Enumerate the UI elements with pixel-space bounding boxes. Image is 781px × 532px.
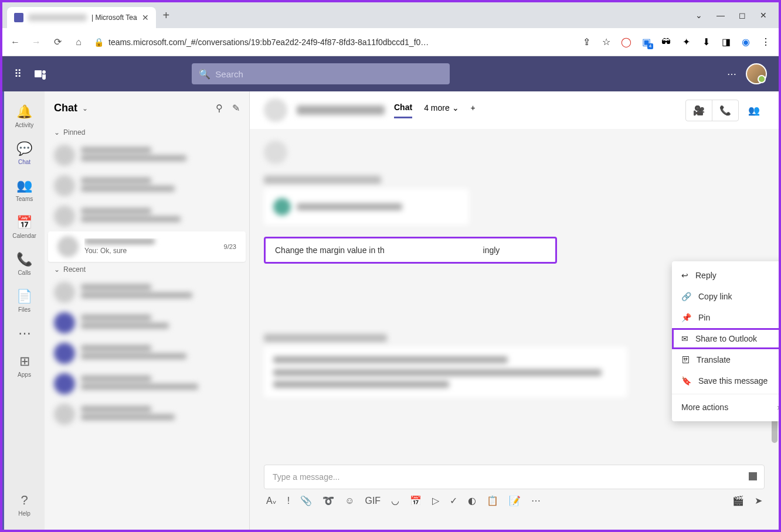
rail-help[interactable]: ? Help — [4, 487, 45, 523]
tab-close-icon[interactable]: ✕ — [142, 13, 149, 22]
updates-icon[interactable]: 📝 — [509, 495, 521, 506]
chat-icon: 💬 — [16, 141, 32, 156]
tab-more[interactable]: 4 more ⌄ — [424, 103, 459, 117]
priority-icon[interactable]: ! — [287, 496, 290, 506]
chat-item[interactable] — [45, 277, 249, 308]
extension-shield-icon[interactable]: ◉ — [740, 36, 752, 48]
reload-button[interactable]: ⟳ — [52, 36, 63, 48]
compose-input[interactable]: Type a message... — [264, 465, 765, 489]
browser-tab[interactable]: | Microsoft Tea ✕ — [7, 7, 156, 28]
section-label-text: Recent — [63, 265, 86, 274]
call-buttons: 🎥 📞 — [685, 100, 739, 121]
video-clip-icon[interactable]: 🎬 — [732, 495, 744, 506]
bookmark-star-icon[interactable]: ☆ — [600, 36, 612, 48]
chat-item[interactable] — [45, 170, 249, 201]
rail-label: Activity — [15, 122, 34, 128]
ctx-more-actions[interactable]: More actions › — [672, 397, 781, 418]
rail-activity[interactable]: 🔔 Activity — [4, 98, 45, 134]
more-apps-icon[interactable]: ⋯ — [531, 495, 541, 506]
extension-adblock-icon[interactable]: ◯ — [620, 36, 632, 48]
rail-calls[interactable]: 📞 Calls — [4, 246, 45, 282]
video-call-button[interactable]: 🎥 — [686, 100, 712, 121]
chat-item-selected[interactable]: You: Ok, sure 9/23 — [48, 231, 246, 262]
minimize-button[interactable]: — — [717, 11, 725, 20]
emoji-icon[interactable]: ☺ — [345, 496, 354, 506]
apps-icon: ⊞ — [19, 354, 30, 369]
divider — [672, 394, 781, 394]
compose-expand-icon[interactable] — [749, 472, 757, 480]
ctx-share-outlook[interactable]: ✉ Share to Outlook — [672, 328, 781, 349]
rail-calendar[interactable]: 📅 Calendar — [4, 209, 45, 245]
search-box[interactable]: 🔍 — [192, 63, 450, 84]
chat-item[interactable] — [45, 140, 249, 170]
extensions-puzzle-icon[interactable]: ✦ — [680, 36, 692, 48]
chat-item[interactable] — [45, 338, 249, 369]
approval-icon[interactable]: ✓ — [450, 495, 457, 506]
filter-icon[interactable]: ⚲ — [216, 103, 223, 114]
add-tab-button[interactable]: + — [471, 103, 476, 117]
rail-teams[interactable]: 👥 Teams — [4, 172, 45, 208]
ctx-reply[interactable]: ↩ Reply — [672, 265, 781, 286]
share-icon[interactable]: ⇪ — [580, 36, 592, 48]
sidepanel-icon[interactable]: ◨ — [720, 36, 732, 48]
compose-placeholder: Type a message... — [273, 472, 339, 482]
rail-apps[interactable]: ⊞ Apps — [4, 348, 45, 384]
more-options-icon[interactable]: ⋯ — [727, 69, 736, 80]
format-icon[interactable]: Aᵥ — [266, 495, 277, 506]
polls-icon[interactable]: 📋 — [487, 495, 498, 506]
stream-icon[interactable]: ▷ — [432, 495, 439, 506]
address-bar[interactable]: 🔒 teams.microsoft.com/_#/conversations/1… — [94, 37, 571, 47]
highlighted-message[interactable]: Change the margin value in th ingly — [264, 237, 557, 264]
app-launcher-icon[interactable]: ⠿ — [14, 67, 22, 80]
downloads-icon[interactable]: ⬇ — [700, 36, 712, 48]
new-tab-button[interactable]: + — [163, 9, 170, 22]
attach-icon[interactable]: 📎 — [300, 495, 312, 506]
chat-timestamp: 9/23 — [224, 243, 236, 250]
add-people-button[interactable]: 👥 — [743, 100, 765, 121]
schedule-icon[interactable]: 📅 — [410, 495, 422, 506]
chat-item[interactable] — [45, 308, 249, 338]
new-chat-icon[interactable]: ✎ — [232, 103, 240, 114]
gif-icon[interactable]: GIF — [365, 496, 381, 506]
forward-button[interactable]: → — [30, 36, 42, 48]
teams-favicon — [14, 13, 23, 22]
redacted-line — [264, 176, 381, 184]
profile-avatar[interactable] — [746, 63, 767, 84]
rail-label: Apps — [18, 371, 31, 378]
extension-incognito-icon[interactable]: 🕶 — [660, 36, 672, 48]
sticker-icon[interactable]: ◡ — [391, 495, 399, 506]
pinned-section[interactable]: ⌄ Pinned — [45, 125, 249, 140]
tab-chat[interactable]: Chat — [394, 103, 412, 118]
chat-list-title: Chat — [54, 102, 77, 114]
search-input[interactable] — [215, 69, 443, 79]
maximize-button[interactable]: ◻ — [739, 11, 746, 20]
chevron-down-icon[interactable]: ⌄ — [82, 104, 88, 112]
audio-call-button[interactable]: 📞 — [712, 100, 738, 121]
lock-icon: 🔒 — [94, 37, 104, 47]
viva-icon[interactable]: ◐ — [468, 495, 476, 506]
ctx-pin[interactable]: 📌 Pin — [672, 307, 781, 328]
ctx-copy-link[interactable]: 🔗 Copy link — [672, 286, 781, 307]
chat-item[interactable] — [45, 369, 249, 399]
window-controls: ⌄ — ◻ ✕ — [695, 11, 774, 20]
close-window-button[interactable]: ✕ — [760, 11, 767, 20]
rail-chat[interactable]: 💬 Chat — [4, 135, 45, 171]
tab-search-icon[interactable]: ⌄ — [695, 11, 702, 20]
loop-icon[interactable]: ➰ — [322, 495, 334, 506]
svg-rect-0 — [35, 70, 42, 77]
chat-list-panel: Chat ⌄ ⚲ ✎ ⌄ Pinned You: Ok, sure 9/23 ⌄… — [45, 91, 250, 530]
ctx-translate[interactable]: 🈂 Translate — [672, 349, 781, 370]
rail-files[interactable]: 📄 Files — [4, 283, 45, 319]
recent-section[interactable]: ⌄ Recent — [45, 262, 249, 277]
home-button[interactable]: ⌂ — [73, 36, 84, 48]
avatar-redacted — [264, 141, 287, 164]
back-button[interactable]: ← — [9, 36, 21, 48]
chrome-menu-icon[interactable]: ⋮ — [760, 36, 772, 48]
rail-label: Chat — [18, 159, 30, 165]
chat-item[interactable] — [45, 201, 249, 231]
ctx-save[interactable]: 🔖 Save this message — [672, 370, 781, 391]
send-button[interactable]: ➤ — [755, 495, 762, 506]
chat-item[interactable] — [45, 399, 249, 429]
rail-more[interactable]: ⋯ — [4, 320, 45, 347]
extension-tabs-icon[interactable]: ▣ — [640, 36, 652, 48]
